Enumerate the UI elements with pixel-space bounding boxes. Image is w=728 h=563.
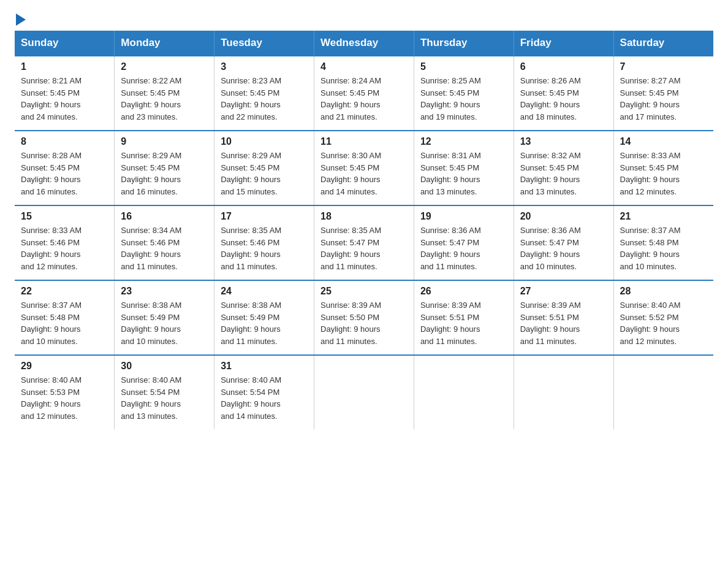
day-number: 21 <box>620 211 707 222</box>
day-number: 15 <box>21 211 108 222</box>
calendar-day-cell: 14Sunrise: 8:33 AMSunset: 5:45 PMDayligh… <box>613 131 713 205</box>
day-number: 4 <box>320 61 408 72</box>
day-info: Sunrise: 8:24 AMSunset: 5:45 PMDaylight:… <box>320 75 408 123</box>
calendar-day-cell: 23Sunrise: 8:38 AMSunset: 5:49 PMDayligh… <box>115 280 214 355</box>
calendar-day-cell: 7Sunrise: 8:27 AMSunset: 5:45 PMDaylight… <box>613 56 713 131</box>
day-info: Sunrise: 8:36 AMSunset: 5:47 PMDaylight:… <box>520 224 607 272</box>
day-number: 10 <box>221 136 308 147</box>
day-info: Sunrise: 8:23 AMSunset: 5:45 PMDaylight:… <box>221 75 308 123</box>
day-info: Sunrise: 8:33 AMSunset: 5:46 PMDaylight:… <box>21 224 108 272</box>
calendar-day-cell: 15Sunrise: 8:33 AMSunset: 5:46 PMDayligh… <box>15 205 115 280</box>
calendar-day-cell: 13Sunrise: 8:32 AMSunset: 5:45 PMDayligh… <box>514 131 613 205</box>
day-info: Sunrise: 8:29 AMSunset: 5:45 PMDaylight:… <box>221 150 308 197</box>
logo-triangle-icon <box>16 13 26 26</box>
calendar-week-row: 22Sunrise: 8:37 AMSunset: 5:48 PMDayligh… <box>15 280 713 355</box>
calendar-day-cell: 21Sunrise: 8:37 AMSunset: 5:48 PMDayligh… <box>613 205 713 280</box>
calendar-day-cell <box>414 355 514 429</box>
day-info: Sunrise: 8:31 AMSunset: 5:45 PMDaylight:… <box>420 150 507 197</box>
calendar-day-cell: 27Sunrise: 8:39 AMSunset: 5:51 PMDayligh… <box>514 280 613 355</box>
day-info: Sunrise: 8:37 AMSunset: 5:48 PMDaylight:… <box>620 224 707 272</box>
calendar-day-cell: 24Sunrise: 8:38 AMSunset: 5:49 PMDayligh… <box>214 280 314 355</box>
weekday-header-thursday: Thursday <box>414 31 514 56</box>
day-info: Sunrise: 8:40 AMSunset: 5:52 PMDaylight:… <box>620 299 707 347</box>
calendar-day-cell: 25Sunrise: 8:39 AMSunset: 5:50 PMDayligh… <box>314 280 414 355</box>
logo <box>15 15 26 25</box>
day-number: 24 <box>221 286 308 297</box>
calendar-day-cell: 5Sunrise: 8:25 AMSunset: 5:45 PMDaylight… <box>414 56 514 131</box>
calendar-week-row: 29Sunrise: 8:40 AMSunset: 5:53 PMDayligh… <box>15 355 713 429</box>
day-info: Sunrise: 8:33 AMSunset: 5:45 PMDaylight:… <box>620 150 707 197</box>
day-number: 1 <box>21 61 108 72</box>
day-info: Sunrise: 8:39 AMSunset: 5:50 PMDaylight:… <box>320 299 408 347</box>
weekday-header-friday: Friday <box>514 31 613 56</box>
calendar-day-cell <box>514 355 613 429</box>
day-number: 20 <box>520 211 607 222</box>
day-number: 9 <box>121 136 208 147</box>
day-number: 16 <box>121 211 208 222</box>
weekday-header-row: SundayMondayTuesdayWednesdayThursdayFrid… <box>15 31 713 56</box>
day-number: 26 <box>420 286 507 297</box>
calendar-day-cell: 6Sunrise: 8:26 AMSunset: 5:45 PMDaylight… <box>514 56 613 131</box>
day-number: 11 <box>320 136 408 147</box>
calendar-day-cell: 3Sunrise: 8:23 AMSunset: 5:45 PMDaylight… <box>214 56 314 131</box>
day-number: 22 <box>21 286 108 297</box>
day-number: 28 <box>620 286 707 297</box>
calendar-day-cell: 26Sunrise: 8:39 AMSunset: 5:51 PMDayligh… <box>414 280 514 355</box>
calendar-week-row: 15Sunrise: 8:33 AMSunset: 5:46 PMDayligh… <box>15 205 713 280</box>
day-number: 14 <box>620 136 707 147</box>
day-info: Sunrise: 8:21 AMSunset: 5:45 PMDaylight:… <box>21 75 108 123</box>
calendar-day-cell: 2Sunrise: 8:22 AMSunset: 5:45 PMDaylight… <box>115 56 214 131</box>
day-info: Sunrise: 8:30 AMSunset: 5:45 PMDaylight:… <box>320 150 408 197</box>
day-info: Sunrise: 8:38 AMSunset: 5:49 PMDaylight:… <box>121 299 208 347</box>
day-info: Sunrise: 8:25 AMSunset: 5:45 PMDaylight:… <box>420 75 507 123</box>
day-number: 29 <box>21 361 108 372</box>
calendar-day-cell: 28Sunrise: 8:40 AMSunset: 5:52 PMDayligh… <box>613 280 713 355</box>
day-number: 19 <box>420 211 507 222</box>
day-info: Sunrise: 8:40 AMSunset: 5:53 PMDaylight:… <box>21 374 108 422</box>
weekday-header-sunday: Sunday <box>15 31 115 56</box>
calendar-day-cell: 30Sunrise: 8:40 AMSunset: 5:54 PMDayligh… <box>115 355 214 429</box>
day-number: 8 <box>21 136 108 147</box>
day-number: 31 <box>221 361 308 372</box>
calendar-day-cell: 19Sunrise: 8:36 AMSunset: 5:47 PMDayligh… <box>414 205 514 280</box>
calendar-day-cell: 12Sunrise: 8:31 AMSunset: 5:45 PMDayligh… <box>414 131 514 205</box>
calendar-day-cell: 1Sunrise: 8:21 AMSunset: 5:45 PMDaylight… <box>15 56 115 131</box>
weekday-header-saturday: Saturday <box>613 31 713 56</box>
day-number: 6 <box>520 61 607 72</box>
day-number: 30 <box>121 361 208 372</box>
weekday-header-tuesday: Tuesday <box>214 31 314 56</box>
weekday-header-monday: Monday <box>115 31 214 56</box>
day-info: Sunrise: 8:32 AMSunset: 5:45 PMDaylight:… <box>520 150 607 197</box>
page-header <box>15 15 713 25</box>
day-info: Sunrise: 8:34 AMSunset: 5:46 PMDaylight:… <box>121 224 208 272</box>
day-number: 25 <box>320 286 408 297</box>
day-info: Sunrise: 8:39 AMSunset: 5:51 PMDaylight:… <box>420 299 507 347</box>
calendar-day-cell: 29Sunrise: 8:40 AMSunset: 5:53 PMDayligh… <box>15 355 115 429</box>
day-number: 3 <box>221 61 308 72</box>
day-number: 18 <box>320 211 408 222</box>
day-info: Sunrise: 8:26 AMSunset: 5:45 PMDaylight:… <box>520 75 607 123</box>
day-number: 2 <box>121 61 208 72</box>
day-info: Sunrise: 8:39 AMSunset: 5:51 PMDaylight:… <box>520 299 607 347</box>
calendar-day-cell: 22Sunrise: 8:37 AMSunset: 5:48 PMDayligh… <box>15 280 115 355</box>
calendar-table: SundayMondayTuesdayWednesdayThursdayFrid… <box>15 31 713 429</box>
calendar-day-cell: 11Sunrise: 8:30 AMSunset: 5:45 PMDayligh… <box>314 131 414 205</box>
day-info: Sunrise: 8:40 AMSunset: 5:54 PMDaylight:… <box>121 374 208 422</box>
weekday-header-wednesday: Wednesday <box>314 31 414 56</box>
calendar-day-cell: 20Sunrise: 8:36 AMSunset: 5:47 PMDayligh… <box>514 205 613 280</box>
day-number: 12 <box>420 136 507 147</box>
day-info: Sunrise: 8:37 AMSunset: 5:48 PMDaylight:… <box>21 299 108 347</box>
calendar-day-cell: 31Sunrise: 8:40 AMSunset: 5:54 PMDayligh… <box>214 355 314 429</box>
day-number: 27 <box>520 286 607 297</box>
day-info: Sunrise: 8:29 AMSunset: 5:45 PMDaylight:… <box>121 150 208 197</box>
calendar-day-cell: 4Sunrise: 8:24 AMSunset: 5:45 PMDaylight… <box>314 56 414 131</box>
calendar-day-cell <box>314 355 414 429</box>
day-number: 23 <box>121 286 208 297</box>
calendar-week-row: 8Sunrise: 8:28 AMSunset: 5:45 PMDaylight… <box>15 131 713 205</box>
day-info: Sunrise: 8:38 AMSunset: 5:49 PMDaylight:… <box>221 299 308 347</box>
day-info: Sunrise: 8:28 AMSunset: 5:45 PMDaylight:… <box>21 150 108 197</box>
day-number: 17 <box>221 211 308 222</box>
day-info: Sunrise: 8:22 AMSunset: 5:45 PMDaylight:… <box>121 75 208 123</box>
calendar-day-cell: 18Sunrise: 8:35 AMSunset: 5:47 PMDayligh… <box>314 205 414 280</box>
day-info: Sunrise: 8:36 AMSunset: 5:47 PMDaylight:… <box>420 224 507 272</box>
